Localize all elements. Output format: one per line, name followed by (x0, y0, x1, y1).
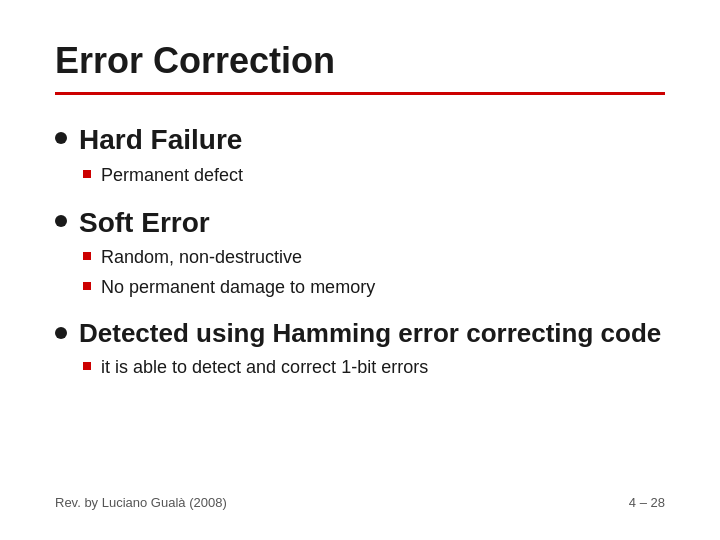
slide: Error Correction Hard Failure Permanent … (0, 0, 720, 540)
bullet-main-2: Soft Error Random, non-destructive No pe… (79, 206, 665, 300)
sub-text-2-2: No permanent damage to memory (101, 275, 375, 300)
sub-item-2-2: No permanent damage to memory (83, 275, 665, 300)
bullet-label-3: Detected using Hamming error correcting … (79, 318, 665, 349)
sub-item-3-1: it is able to detect and correct 1-bit e… (83, 355, 665, 380)
bullet-item-3: Detected using Hamming error correcting … (55, 318, 665, 380)
bullet-dot-1 (55, 132, 67, 144)
bullet-label-1: Hard Failure (79, 123, 665, 157)
sub-text-3-1: it is able to detect and correct 1-bit e… (101, 355, 428, 380)
footer-page: 4 – 28 (629, 495, 665, 510)
bullet-item-2: Soft Error Random, non-destructive No pe… (55, 206, 665, 300)
red-divider (55, 92, 665, 95)
page-title: Error Correction (55, 40, 665, 82)
bullet-label-2: Soft Error (79, 206, 665, 240)
sub-bullet-2-1 (83, 252, 91, 260)
sub-text-1-1: Permanent defect (101, 163, 243, 188)
bullet-item-1: Hard Failure Permanent defect (55, 123, 665, 188)
sub-bullet-1-1 (83, 170, 91, 178)
sub-item-2-1: Random, non-destructive (83, 245, 665, 270)
bullet-dot-3 (55, 327, 67, 339)
sub-items-2: Random, non-destructive No permanent dam… (79, 245, 665, 299)
footer: Rev. by Luciano Gualà (2008) 4 – 28 (55, 485, 665, 510)
content-area: Hard Failure Permanent defect Soft Error… (55, 123, 665, 485)
bullet-main-3: Detected using Hamming error correcting … (79, 318, 665, 380)
sub-text-2-1: Random, non-destructive (101, 245, 302, 270)
bullet-dot-2 (55, 215, 67, 227)
bullet-main-1: Hard Failure Permanent defect (79, 123, 665, 188)
sub-item-1-1: Permanent defect (83, 163, 665, 188)
sub-items-1: Permanent defect (79, 163, 665, 188)
sub-items-3: it is able to detect and correct 1-bit e… (79, 355, 665, 380)
sub-bullet-2-2 (83, 282, 91, 290)
footer-credit: Rev. by Luciano Gualà (2008) (55, 495, 227, 510)
sub-bullet-3-1 (83, 362, 91, 370)
